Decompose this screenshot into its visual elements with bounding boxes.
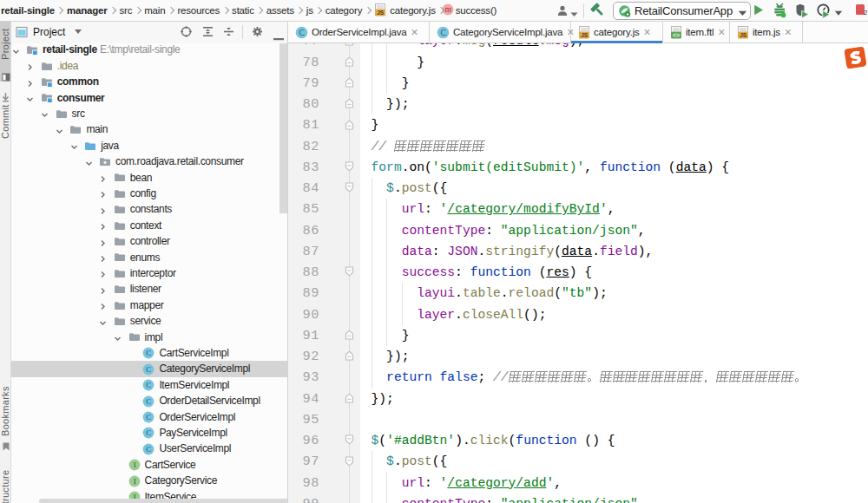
svg-text:C: C bbox=[147, 349, 152, 357]
svg-text:JS: JS bbox=[740, 31, 746, 37]
svg-text:C: C bbox=[147, 413, 152, 421]
svg-text:JS: JS bbox=[581, 31, 588, 37]
svg-text:C: C bbox=[147, 397, 152, 406]
svg-text:C: C bbox=[147, 445, 152, 454]
svg-text:C: C bbox=[440, 29, 445, 37]
svg-text:C: C bbox=[147, 365, 152, 374]
svg-text:C: C bbox=[299, 29, 304, 37]
svg-text:<>: <> bbox=[673, 31, 680, 38]
svg-text:JS: JS bbox=[377, 9, 384, 15]
svg-text:C: C bbox=[147, 381, 152, 389]
svg-text:m: m bbox=[444, 5, 451, 14]
svg-text:C: C bbox=[147, 428, 152, 437]
svg-text:I: I bbox=[133, 461, 135, 469]
svg-text:I: I bbox=[133, 477, 135, 486]
